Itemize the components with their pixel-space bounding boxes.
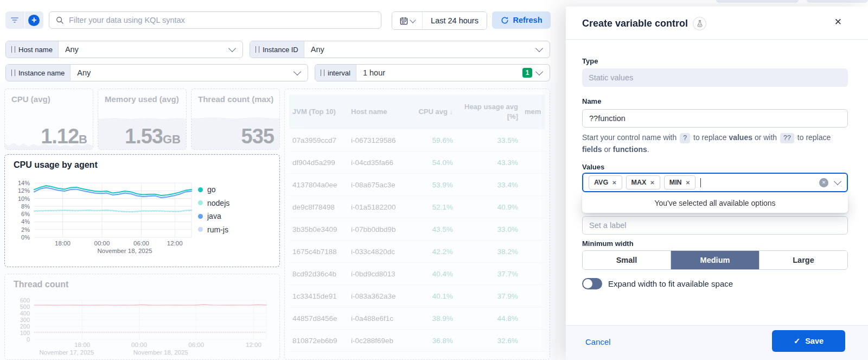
legend-dot (198, 227, 203, 232)
time-range-button[interactable]: Last 24 hours (423, 12, 487, 29)
chevron-down-icon[interactable] (834, 178, 841, 185)
svg-text:14%: 14% (18, 180, 30, 186)
svg-text:2%: 2% (21, 226, 30, 233)
metric-value: 535 (241, 125, 274, 148)
column-header-heap-usage: Heap usage avg [%] (456, 102, 521, 121)
name-help-text: Start your control name with ? to replac… (582, 132, 848, 155)
value-chip-avg[interactable]: AVG✕ (589, 175, 622, 190)
kql-search-input[interactable]: Filter your data using KQL syntax (49, 11, 381, 29)
svg-text:06:00: 06:00 (188, 342, 204, 348)
table-cell: 52.1% (409, 203, 456, 211)
drag-handle-icon (321, 70, 324, 76)
svg-text:00:00: 00:00 (94, 240, 110, 247)
partial-top-button[interactable] (716, 0, 799, 3)
expand-width-toggle[interactable] (582, 278, 602, 289)
legend-item-java[interactable]: java (198, 210, 229, 223)
add-control-button[interactable]: + (24, 11, 44, 29)
values-label: Values (582, 163, 604, 171)
metric-title: Thread count (max) (198, 94, 273, 105)
metric-panel-memory-used: Memory used (avg) 1.53GB (98, 89, 187, 150)
table-cell: 810872eb6b9 (289, 337, 348, 345)
refresh-button[interactable]: Refresh (492, 11, 551, 29)
table-cell: 37.9% (456, 292, 521, 300)
app: + Filter your data using KQL syntax Last… (0, 0, 868, 360)
chevron-down-icon (293, 68, 301, 75)
type-input: Static values (582, 68, 848, 87)
width-option-small[interactable]: Small (583, 251, 671, 269)
svg-text:0%: 0% (21, 234, 30, 241)
table-cell: 44857d8456e (289, 314, 348, 323)
table-cell: 33.4% (456, 181, 521, 189)
table-row: 810872eb6b9i-0c288f69eb36.8%32.6% (289, 330, 545, 352)
table-cell: 1c33415de91 (289, 292, 348, 300)
table-cell: de9c8f78498 (289, 203, 348, 211)
legend-item-go[interactable]: go (198, 183, 229, 197)
name-label: Name (582, 97, 601, 105)
double-question-badge: ?? (780, 133, 794, 143)
refresh-icon (501, 16, 509, 24)
combobox-dropdown-message: You've selected all available options (582, 193, 848, 213)
value-chip-max[interactable]: MAX✕ (626, 175, 660, 190)
legend-item-nodejs[interactable]: nodejs (198, 197, 229, 210)
table-cell: 33.5% (456, 136, 521, 144)
remove-value-icon[interactable]: ✕ (612, 180, 616, 186)
save-button[interactable]: ✓ Save (772, 330, 845, 352)
table-body: 07a3959ccd7i-067312958659.6%33.5%df904d5… (289, 129, 545, 360)
control-instance-name[interactable]: Instance name Any (5, 64, 308, 81)
table-cell: i-07bb0dbd9b (348, 225, 409, 233)
cancel-button[interactable]: Cancel (582, 337, 614, 347)
table-row: f7ef1e8d9b28i-0611b5662033.8%33.3% (289, 352, 545, 360)
values-combobox[interactable]: AVG✕ MAX✕ MIN✕ ✕ (582, 173, 848, 192)
svg-text:18:00: 18:00 (74, 342, 90, 348)
table-cell: 8cd92d36c4b (289, 270, 348, 278)
clear-all-icon[interactable]: ✕ (819, 178, 828, 187)
label-input[interactable]: Set a label (582, 216, 848, 235)
chevron-down-icon (535, 68, 543, 75)
svg-text:November 18, 2025: November 18, 2025 (98, 248, 152, 254)
panel-thread-count: Thread count 010020030040050060018:0000:… (4, 274, 280, 360)
close-icon[interactable]: ✕ (831, 16, 845, 28)
control-instance-id[interactable]: Instance ID Any (250, 41, 550, 58)
metric-value: 1.12B (41, 125, 87, 148)
metric-panel-cpu-avg: CPU (avg) 1.12B (4, 89, 93, 150)
control-value: Any (71, 68, 291, 77)
sort-desc-icon: ↓ (450, 108, 454, 116)
panel-cpu-usage-by-agent[interactable]: CPU usage by agent 0%2%4%6%8%10%12%14%18… (4, 154, 280, 267)
table-cell: i-0a488e6f1c (348, 314, 409, 323)
legend-dot (198, 214, 203, 219)
flyout-footer: Cancel ✓ Save (566, 325, 868, 360)
value-chip-min[interactable]: MIN✕ (664, 175, 695, 190)
width-option-medium[interactable]: Medium (671, 251, 759, 269)
control-host-name[interactable]: Host name Any (5, 41, 243, 58)
legend-item-rum-js[interactable]: rum-js (198, 223, 229, 237)
table-cell: 43.3% (456, 159, 521, 167)
svg-text:8%: 8% (21, 203, 30, 210)
width-option-large[interactable]: Large (759, 251, 847, 269)
table-row: 4137804a0eei-08a675ac3e53.9%33.4% (289, 174, 545, 196)
table-row: 8cd92d36c4bi-0bd9cd801340.4%37.7% (289, 263, 545, 285)
chevron-down-icon (535, 45, 543, 52)
tech-preview-badge (693, 17, 706, 30)
svg-text:18:00: 18:00 (55, 240, 71, 247)
partial-top-button[interactable] (807, 0, 868, 3)
table-row: 1675c4b7188i-033c4820dc42.2%38.2% (289, 241, 545, 263)
table-cell: 36.8% (409, 337, 456, 345)
name-input[interactable]: ??function (582, 109, 848, 128)
drag-handle-icon (256, 46, 259, 53)
control-interval[interactable]: interval 1 hour 1 (315, 64, 550, 81)
table-cell: 40.9% (456, 203, 521, 211)
table-cell: 59.6% (409, 136, 456, 144)
filters-menu-button[interactable] (5, 11, 24, 29)
selection-count-badge: 1 (522, 68, 532, 78)
svg-text:0: 0 (27, 336, 30, 343)
svg-text:300: 300 (20, 317, 30, 323)
remove-value-icon[interactable]: ✕ (650, 180, 654, 186)
control-label: Instance name (18, 69, 65, 77)
plus-icon: + (28, 15, 40, 26)
table-row: 44857d8456ei-0a488e6f1c38.9%44.8% (289, 307, 545, 330)
metric-panel-thread-count: Thread count (max) 535 (191, 89, 280, 150)
date-picker-button[interactable] (392, 12, 423, 29)
table-cell: i-033c4820dc (348, 248, 409, 256)
question-badge: ? (680, 133, 690, 143)
remove-value-icon[interactable]: ✕ (686, 180, 690, 186)
